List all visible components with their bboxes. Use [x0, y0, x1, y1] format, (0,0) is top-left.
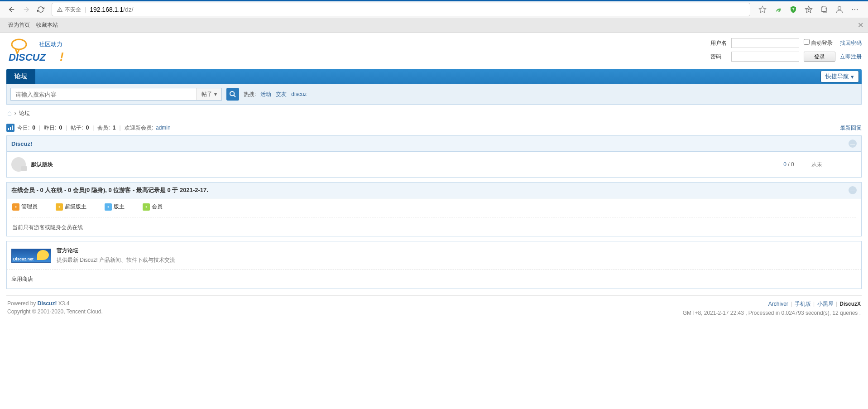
role-label: 管理员: [21, 203, 38, 211]
app-store-link[interactable]: 应用商店: [11, 275, 33, 283]
logo[interactable]: 社区动力 DISCUZ !: [6, 38, 70, 65]
leaf-icon[interactable]: [773, 5, 783, 14]
search-box: 帖子 ▾: [10, 88, 222, 101]
insecure-icon: 不安全: [57, 6, 81, 14]
address-bar[interactable]: 不安全 | 192.168.1.1/dz/: [52, 3, 750, 16]
forward-button[interactable]: [19, 2, 34, 17]
mobile-link[interactable]: 手机版: [795, 301, 811, 307]
register-link[interactable]: 立即注册: [840, 53, 862, 61]
quick-nav-label: 快捷导航: [825, 72, 849, 81]
header: 社区动力 DISCUZ ! 用户名 自动登录 找回密码 密码 登录 立即注册: [6, 33, 862, 69]
profile-icon[interactable]: [834, 5, 844, 14]
online-message: 当前只有游客或隐身会员在线: [12, 224, 856, 231]
search-type-dropdown[interactable]: 帖子 ▾: [197, 88, 221, 100]
link-row: Discuz.net 官方论坛 提供最新 Discuz! 产品新闻、软件下载与技…: [7, 241, 861, 270]
forum-last-post: 从未: [811, 161, 857, 168]
star-icon[interactable]: [758, 5, 767, 14]
auto-login-checkbox[interactable]: 自动登录: [804, 39, 835, 47]
search-button[interactable]: [226, 88, 239, 101]
top-links-bar: 设为首页 收藏本站 ✕: [0, 18, 868, 33]
find-password-link[interactable]: 找回密码: [840, 39, 862, 47]
discuzx-link[interactable]: DiscuzX: [839, 301, 861, 307]
mod-icon: ▪: [105, 203, 112, 211]
hot-search-link[interactable]: 活动: [260, 91, 271, 98]
stats-icon[interactable]: [6, 124, 14, 132]
blackroom-link[interactable]: 小黑屋: [817, 301, 834, 307]
collapse-icon[interactable]: —: [849, 140, 857, 148]
set-home-link[interactable]: 设为首页: [8, 21, 30, 29]
stat-members-label: 会员:: [97, 124, 110, 132]
main-nav: 论坛 快捷导航 ▾: [6, 69, 862, 84]
collapse-icon[interactable]: —: [849, 186, 857, 194]
login-button[interactable]: 登录: [804, 52, 835, 62]
role-label: 会员: [152, 203, 163, 211]
archiver-link[interactable]: Archiver: [768, 301, 788, 307]
stat-today-label: 今日:: [17, 124, 29, 132]
member-icon: ▪: [143, 203, 150, 211]
discuz-banner-icon[interactable]: Discuz.net: [11, 249, 51, 263]
breadcrumb-current[interactable]: 论坛: [19, 110, 30, 117]
category-title[interactable]: Discuz!: [11, 140, 32, 147]
new-member-link[interactable]: admin: [156, 125, 171, 131]
stat-today-value: 0: [32, 125, 35, 131]
search-type-label: 帖子: [201, 91, 212, 98]
hot-search-link[interactable]: discuz: [291, 91, 307, 97]
version-label: X3.4: [58, 300, 70, 307]
back-button[interactable]: [5, 2, 19, 17]
search-icon: [229, 91, 236, 98]
admin-icon: ▪: [12, 203, 19, 211]
search-input[interactable]: [11, 88, 197, 100]
forum-counts: 0 / 0: [766, 161, 811, 168]
powered-by-label: Powered by: [7, 300, 36, 307]
latest-reply-link[interactable]: 最新回复: [840, 124, 862, 132]
supermod-icon: ▪: [56, 203, 63, 211]
svg-point-14: [230, 91, 234, 96]
link-desc: 提供最新 Discuz! 产品新闻、软件下载与技术交流: [57, 256, 175, 264]
home-icon[interactable]: ⌂: [7, 109, 12, 117]
collections-icon[interactable]: [819, 5, 829, 14]
chevron-down-icon: ▾: [851, 73, 854, 80]
svg-point-10: [12, 39, 26, 49]
browser-toolbar: 不安全 | 192.168.1.1/dz/ T: [0, 0, 868, 18]
copyright-label: Copyright © 2001-2020, Tencent Cloud.: [7, 308, 103, 315]
svg-point-6: [838, 6, 841, 10]
stat-welcome-label: 欢迎新会员:: [125, 124, 153, 132]
password-input[interactable]: [731, 52, 799, 62]
forum-name-link[interactable]: 默认版块: [31, 161, 766, 168]
reload-button[interactable]: [34, 2, 48, 17]
stat-posts-label: 帖子:: [71, 124, 83, 132]
svg-rect-17: [10, 127, 11, 130]
svg-line-15: [234, 95, 235, 97]
favorite-link[interactable]: 收藏本站: [36, 21, 58, 29]
hot-search-link[interactable]: 交友: [276, 91, 287, 98]
login-form: 用户名 自动登录 找回密码 密码 登录 立即注册: [710, 38, 862, 62]
breadcrumb: ⌂ › 论坛: [6, 105, 862, 122]
gmt-label: GMT+8, 2021-2-17 22:43 , Processed in 0.…: [683, 310, 861, 316]
product-link[interactable]: Discuz!: [38, 300, 57, 307]
username-input[interactable]: [731, 38, 799, 48]
more-icon[interactable]: [850, 5, 860, 14]
online-title: 在线会员 - 0 人在线 - 0 会员(0 隐身), 0 位游客 - 最高记录是…: [11, 186, 208, 194]
link-row: 应用商店: [7, 270, 861, 289]
search-bar: 帖子 ▾ 热搜: 活动 交友 discuz: [6, 84, 862, 105]
url-text: 192.168.1.1/dz/: [90, 6, 134, 13]
shield-icon[interactable]: T: [788, 5, 798, 14]
svg-text:社区动力: 社区动力: [39, 41, 62, 48]
close-icon[interactable]: ✕: [858, 21, 863, 29]
online-block: 在线会员 - 0 人在线 - 0 会员(0 隐身), 0 位游客 - 最高记录是…: [6, 182, 862, 236]
footer: Powered by Discuz! X3.4 Copyright © 2001…: [6, 295, 862, 332]
password-label: 密码: [710, 53, 727, 61]
favorites-icon[interactable]: [804, 5, 814, 14]
svg-text:T: T: [792, 7, 795, 11]
svg-text:!: !: [60, 50, 64, 63]
quick-nav-button[interactable]: 快捷导航 ▾: [820, 71, 859, 82]
category-block: Discuz! — 默认版块 0 / 0 从未: [6, 135, 862, 178]
svg-rect-16: [8, 128, 9, 130]
online-header: 在线会员 - 0 人在线 - 0 会员(0 隐身), 0 位游客 - 最高记录是…: [7, 183, 861, 198]
role-legend: ▪管理员 ▪超级版主 ▪版主 ▪会员: [12, 203, 856, 217]
speech-bubble-icon: [11, 157, 26, 172]
stats-row: 今日: 0 | 昨日: 0 | 帖子: 0 | 会员: 1 | 欢迎新会员: a…: [6, 122, 862, 135]
nav-tab-forum[interactable]: 论坛: [6, 69, 35, 84]
svg-rect-5: [821, 7, 826, 12]
link-title[interactable]: 官方论坛: [57, 247, 175, 255]
